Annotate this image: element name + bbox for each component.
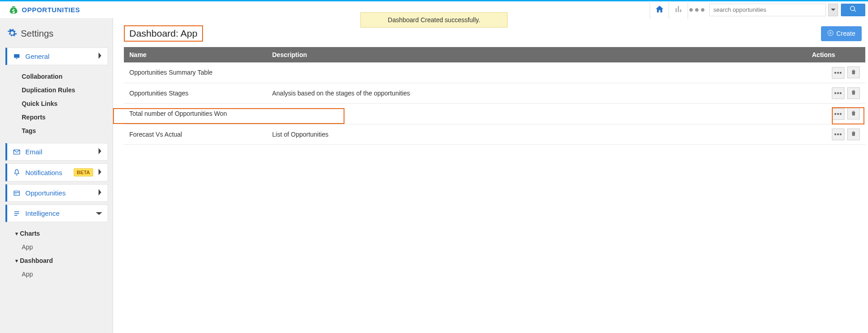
row-description bbox=[267, 104, 807, 124]
nav-general[interactable]: General bbox=[5, 48, 108, 65]
brand-text: OPPORTUNITIES bbox=[22, 6, 80, 14]
caret-down-icon: ▾ bbox=[15, 231, 18, 237]
page-title: Dashboard: App bbox=[124, 25, 203, 42]
bar-chart-icon bbox=[674, 5, 683, 15]
charts-button[interactable] bbox=[669, 1, 688, 19]
col-name: Name bbox=[124, 47, 267, 62]
dashboard-table: Name Description Actions Opportunities S… bbox=[124, 47, 865, 145]
search-button[interactable] bbox=[841, 4, 865, 16]
search-container bbox=[707, 1, 868, 19]
col-actions: Actions bbox=[807, 47, 865, 62]
row-name: Opportunities Stages bbox=[124, 83, 267, 104]
trash-icon bbox=[850, 110, 857, 118]
beta-badge: BETA bbox=[74, 168, 93, 176]
row-delete-button[interactable] bbox=[847, 67, 860, 78]
chevron-right-icon bbox=[98, 52, 102, 60]
nav-tags[interactable]: Tags bbox=[5, 124, 108, 138]
main-content: Dashboard: App Create Name Description A… bbox=[113, 18, 868, 333]
notification-banner: Dashboard Created successfully. bbox=[360, 12, 508, 28]
nav-email[interactable]: Email bbox=[5, 143, 108, 161]
row-delete-button[interactable] bbox=[847, 128, 860, 140]
list-icon bbox=[13, 210, 21, 217]
home-icon bbox=[655, 5, 664, 15]
table-row: Total number of Opportunities Won ••• bbox=[124, 104, 865, 124]
notification-text: Dashboard Created successfully. bbox=[388, 16, 480, 24]
col-description: Description bbox=[267, 47, 807, 62]
row-name: Opportunities Summary Table bbox=[124, 62, 267, 83]
row-delete-button[interactable] bbox=[847, 108, 860, 119]
nav-charts-group[interactable]: ▾ Charts bbox=[5, 227, 108, 240]
plus-circle-icon bbox=[827, 30, 834, 38]
nav-collaboration[interactable]: Collaboration bbox=[5, 70, 108, 83]
trash-icon bbox=[850, 89, 857, 97]
card-icon bbox=[13, 190, 21, 197]
monitor-icon bbox=[13, 53, 21, 60]
brand: OPPORTUNITIES bbox=[9, 5, 80, 14]
chevron-right-icon bbox=[98, 148, 102, 156]
trash-icon bbox=[850, 69, 857, 76]
dots-icon: ••• bbox=[834, 131, 842, 138]
row-more-button[interactable]: ••• bbox=[832, 67, 844, 79]
settings-heading: Settings bbox=[5, 26, 108, 48]
search-dropdown-toggle[interactable] bbox=[828, 4, 838, 16]
nav-reports[interactable]: Reports bbox=[5, 110, 108, 124]
row-delete-button[interactable] bbox=[847, 87, 860, 99]
search-input[interactable] bbox=[709, 4, 826, 16]
dots-icon: ••• bbox=[834, 110, 842, 118]
search-icon bbox=[849, 5, 857, 14]
row-description: List of Opportunities bbox=[267, 124, 807, 145]
row-more-button[interactable]: ••• bbox=[832, 128, 844, 140]
dots-icon: ●●● bbox=[689, 5, 706, 14]
sidebar: Settings General Collaboration Duplicati… bbox=[0, 18, 113, 333]
create-label: Create bbox=[836, 30, 855, 37]
nav-quick-links[interactable]: Quick Links bbox=[5, 97, 108, 110]
chevron-down-icon bbox=[96, 210, 102, 217]
money-bag-icon bbox=[9, 5, 18, 14]
home-button[interactable] bbox=[650, 1, 669, 19]
more-menu-button[interactable]: ●●● bbox=[688, 1, 707, 19]
chevron-right-icon bbox=[98, 189, 102, 197]
table-row: Opportunities Summary Table ••• bbox=[124, 62, 865, 83]
row-description: Analysis based on the stages of the oppo… bbox=[267, 83, 807, 104]
row-description bbox=[267, 62, 807, 83]
nav-opportunities[interactable]: Opportunities bbox=[5, 184, 108, 202]
dots-icon: ••• bbox=[834, 90, 842, 97]
nav-notifications[interactable]: Notifications BETA bbox=[5, 163, 108, 181]
chevron-right-icon bbox=[98, 169, 102, 176]
envelope-icon bbox=[13, 148, 21, 156]
row-name: Total number of Opportunities Won bbox=[124, 104, 267, 124]
topbar: OPPORTUNITIES ●●● bbox=[0, 0, 868, 18]
caret-down-icon: ▾ bbox=[15, 258, 18, 264]
chevron-down-icon bbox=[831, 6, 835, 14]
page-header: Dashboard: App Create bbox=[124, 25, 865, 42]
bell-icon bbox=[13, 169, 21, 176]
nav-charts-app[interactable]: App bbox=[5, 240, 108, 254]
trash-icon bbox=[850, 130, 857, 138]
topbar-actions: ●●● bbox=[650, 1, 868, 19]
row-more-button[interactable]: ••• bbox=[832, 108, 844, 120]
nav-intelligence-children: ▾ Charts App ▾ Dashboard App bbox=[5, 225, 108, 286]
nav-general-children: Collaboration Duplication Rules Quick Li… bbox=[5, 68, 108, 143]
layout: Settings General Collaboration Duplicati… bbox=[0, 18, 868, 333]
row-more-button[interactable]: ••• bbox=[832, 87, 844, 99]
create-button[interactable]: Create bbox=[821, 26, 862, 41]
settings-title: Settings bbox=[21, 29, 53, 39]
gear-icon bbox=[7, 28, 17, 39]
nav-intelligence[interactable]: Intelligence bbox=[5, 205, 108, 222]
row-name: Forecast Vs Actual bbox=[124, 124, 267, 145]
nav-dashboard-group[interactable]: ▾ Dashboard bbox=[5, 254, 108, 267]
nav-duplication-rules[interactable]: Duplication Rules bbox=[5, 83, 108, 97]
table-row: Forecast Vs Actual List of Opportunities… bbox=[124, 124, 865, 145]
nav-dashboard-app[interactable]: App bbox=[5, 267, 108, 281]
table-row: Opportunities Stages Analysis based on t… bbox=[124, 83, 865, 104]
dots-icon: ••• bbox=[834, 69, 842, 76]
